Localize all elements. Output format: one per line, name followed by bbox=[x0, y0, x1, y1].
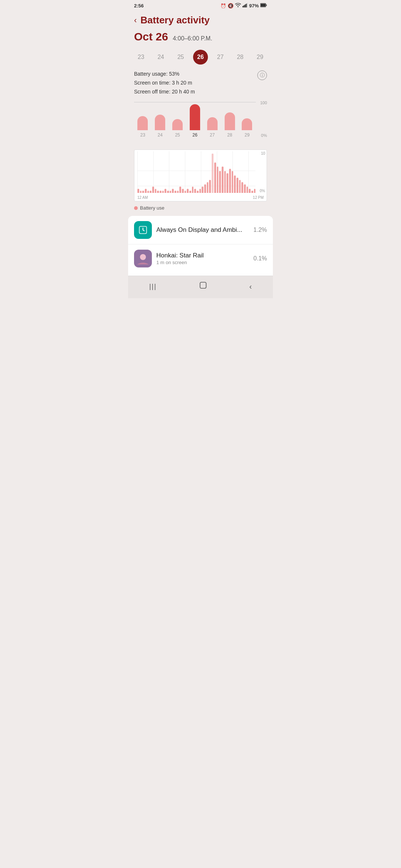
app-icon-1 bbox=[134, 250, 152, 267]
date-nav-item-24[interactable]: 24 bbox=[153, 54, 168, 60]
info-icon-button[interactable]: ⓘ bbox=[257, 70, 267, 80]
date-nav-item-27[interactable]: 27 bbox=[213, 54, 228, 60]
time-mid: 12 PM bbox=[253, 195, 264, 200]
weekly-bar-label: 26 bbox=[192, 132, 197, 138]
svg-rect-4 bbox=[247, 3, 248, 7]
alarm-icon: ⏰ bbox=[221, 3, 226, 9]
back-button[interactable]: ‹ bbox=[134, 16, 137, 24]
weekly-bar-label: 25 bbox=[175, 132, 180, 138]
daily-bar-45 bbox=[249, 189, 251, 193]
daily-bar-20 bbox=[187, 189, 189, 193]
header: ‹ Battery activity bbox=[128, 10, 273, 29]
svg-rect-11 bbox=[200, 282, 206, 289]
daily-bar-13 bbox=[170, 191, 172, 193]
battery-icon bbox=[260, 3, 267, 9]
app-info-0: Always On Display and Ambi... bbox=[156, 226, 249, 234]
daily-bar-46 bbox=[251, 191, 253, 193]
daily-bar-30 bbox=[212, 154, 213, 193]
app-name-0: Always On Display and Ambi... bbox=[156, 226, 249, 234]
recents-button[interactable]: ||| bbox=[142, 281, 164, 292]
daily-chart-label-0: 0% bbox=[260, 189, 265, 193]
screen-off-stat: Screen off time: 20 h 40 m bbox=[134, 88, 267, 96]
app-info-1: Honkai: Star Rail1 m on screen bbox=[156, 252, 249, 265]
daily-bar-0 bbox=[137, 189, 139, 193]
app-percent-0: 1.2% bbox=[254, 227, 267, 233]
daily-bar-39 bbox=[234, 175, 236, 193]
daily-chart-section: 10 0% 12 AM 12 PM bbox=[128, 148, 273, 203]
weekly-bar-27: 27 bbox=[207, 117, 218, 138]
daily-bar-42 bbox=[241, 182, 243, 193]
weekly-bar-25: 25 bbox=[172, 119, 183, 138]
stats-section: Battery usage: 53% Screen on time: 3 h 2… bbox=[128, 67, 273, 98]
daily-bar-19 bbox=[185, 191, 186, 193]
daily-bar-36 bbox=[226, 173, 228, 193]
date-nav-item-25[interactable]: 25 bbox=[173, 54, 188, 60]
svg-rect-3 bbox=[246, 4, 247, 7]
weekly-bar-label: 24 bbox=[158, 132, 163, 138]
weekly-bars: 23242526272829 bbox=[134, 106, 256, 138]
svg-rect-1 bbox=[244, 5, 245, 7]
daily-bar-37 bbox=[229, 169, 231, 193]
daily-bar-5 bbox=[150, 191, 151, 193]
svg-rect-7 bbox=[261, 4, 265, 7]
daily-chart: 10 0% 12 AM 12 PM bbox=[134, 149, 267, 201]
daily-bar-27 bbox=[204, 184, 206, 193]
legend-dot bbox=[134, 206, 138, 210]
daily-bar-23 bbox=[194, 189, 196, 193]
date-nav-item-26[interactable]: 26 bbox=[193, 50, 208, 65]
daily-bar-16 bbox=[177, 191, 179, 193]
daily-bar-26 bbox=[202, 187, 203, 193]
chart-label-0: 0% bbox=[261, 133, 267, 138]
daily-bar-28 bbox=[207, 182, 209, 193]
daily-bar-8 bbox=[157, 191, 159, 193]
svg-rect-2 bbox=[245, 4, 246, 7]
wifi-icon bbox=[235, 3, 241, 9]
daily-bar-41 bbox=[239, 180, 241, 193]
date-nav-item-28[interactable]: 28 bbox=[233, 54, 248, 60]
app-name-1: Honkai: Star Rail bbox=[156, 252, 249, 259]
date-time-range: 4:00–6:00 P.M. bbox=[173, 35, 212, 42]
daily-bar-34 bbox=[222, 167, 224, 193]
battery-percent: 97% bbox=[249, 3, 259, 9]
daily-bar-40 bbox=[237, 178, 238, 193]
legend-label: Battery use bbox=[140, 205, 164, 211]
daily-bar-11 bbox=[164, 189, 166, 193]
battery-usage-stat: Battery usage: 53% bbox=[134, 70, 267, 79]
daily-bar-3 bbox=[145, 189, 147, 193]
daily-bar-17 bbox=[179, 187, 181, 193]
back-nav-button[interactable]: ‹ bbox=[242, 281, 259, 292]
app-list-item-0[interactable]: Always On Display and Ambi...1.2% bbox=[128, 216, 273, 244]
daily-bar-10 bbox=[162, 191, 164, 193]
weekly-chart: 100 23242526272829 0% bbox=[134, 101, 267, 145]
daily-bar-2 bbox=[142, 191, 144, 193]
status-icons: ⏰ 🔇 97% bbox=[221, 3, 267, 9]
daily-bar-22 bbox=[192, 187, 194, 193]
date-nav-item-29[interactable]: 29 bbox=[252, 54, 267, 60]
date-nav-item-23[interactable]: 23 bbox=[134, 54, 149, 60]
home-button[interactable] bbox=[192, 280, 215, 293]
daily-bars-container bbox=[137, 151, 255, 193]
daily-bar-24 bbox=[197, 191, 199, 193]
app-percent-1: 0.1% bbox=[254, 255, 267, 262]
daily-bar-47 bbox=[254, 189, 256, 193]
app-list-item-1[interactable]: Honkai: Star Rail1 m on screen0.1% bbox=[128, 244, 273, 273]
weekly-bar-29: 29 bbox=[242, 118, 252, 138]
mute-icon: 🔇 bbox=[228, 3, 234, 9]
daily-bar-33 bbox=[219, 171, 221, 193]
svg-rect-6 bbox=[266, 4, 267, 6]
weekly-bar-24: 24 bbox=[155, 115, 165, 138]
daily-bar-31 bbox=[214, 162, 216, 193]
signal-icon bbox=[242, 3, 248, 9]
daily-bar-21 bbox=[189, 191, 191, 193]
daily-bar-7 bbox=[155, 189, 157, 193]
daily-bar-44 bbox=[247, 187, 248, 193]
date-section: Oct 26 4:00–6:00 P.M. bbox=[128, 29, 273, 46]
weekly-bar-rect bbox=[155, 115, 165, 130]
weekly-bar-label: 28 bbox=[227, 132, 232, 138]
weekly-bar-rect bbox=[207, 117, 218, 130]
weekly-bar-label: 27 bbox=[210, 132, 215, 138]
chart-gridline-100 bbox=[134, 102, 256, 102]
daily-bar-38 bbox=[232, 171, 234, 193]
weekly-bar-rect bbox=[242, 118, 252, 130]
svg-point-10 bbox=[140, 254, 146, 260]
